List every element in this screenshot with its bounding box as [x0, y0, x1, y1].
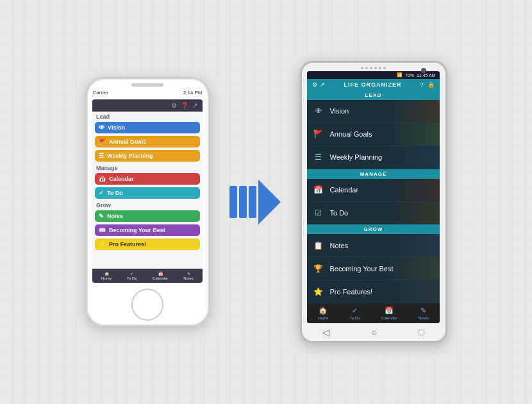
- android-recent-button[interactable]: □: [419, 327, 424, 337]
- annual-goals-bg: [388, 123, 440, 146]
- weekly-planning-item[interactable]: ☰ Weekly Planning: [95, 150, 200, 162]
- todo-tab-label: To Do: [127, 276, 137, 280]
- todo-item[interactable]: ✓ To Do: [95, 187, 200, 199]
- android-becoming-best-item[interactable]: 🏆 Becoming Your Best: [307, 257, 439, 280]
- notes-icon: ✎: [99, 213, 104, 219]
- android-pro-features-item[interactable]: ⭐ Pro Features!: [307, 280, 439, 303]
- todo-label: To Do: [107, 190, 123, 196]
- android-annual-goals-item[interactable]: 🚩 Annual Goals: [307, 123, 439, 146]
- notes-tab[interactable]: ✎ Notes: [183, 271, 194, 280]
- calendar-item[interactable]: 📅 Calendar: [95, 173, 200, 185]
- calendar-icon: 📅: [99, 176, 106, 182]
- android-notes-item[interactable]: 📋 Notes: [307, 234, 439, 257]
- pro-features-icon: ⭐: [99, 241, 106, 248]
- android-back-button[interactable]: ◁: [322, 327, 329, 337]
- android-notes-nav[interactable]: ✎ Notes: [419, 307, 429, 320]
- manage-section-label: Manage: [92, 163, 203, 172]
- android-calendar-nav[interactable]: 📅 Calendar: [381, 307, 397, 320]
- iphone-bottom-toolbar: 🏠 Home ✓ To Do 📅 Calendar ✎ Notes: [92, 269, 203, 283]
- lock-header-icon[interactable]: 🔒: [428, 81, 435, 88]
- android-home-label: Home: [318, 316, 328, 320]
- android-todo-nav-icon: ✓: [352, 307, 358, 315]
- notes-tab-icon: ✎: [187, 271, 190, 276]
- android-weekly-planning-item[interactable]: ☰ Weekly Planning: [307, 146, 439, 169]
- android-calendar-label: Calendar: [329, 186, 358, 194]
- share-header-icon[interactable]: ↗: [320, 81, 325, 88]
- android-todo-nav-label: To Do: [350, 316, 360, 320]
- weekly-planning-icon: ☰: [99, 153, 104, 159]
- weekly-planning-label: Weekly Planning: [107, 153, 153, 159]
- android-pro-features-label: Pro Features!: [329, 288, 372, 296]
- iphone-top: Carrier 2:14 PM: [87, 78, 209, 97]
- iphone-screen: ⚙ ❓ ↗ Lead 👁 Vision 🚩 Annual Goals ☰ Wee…: [92, 99, 203, 283]
- becoming-best-item[interactable]: 📖 Becoming Your Best: [95, 224, 200, 236]
- android-todo-label: To Do: [329, 209, 348, 217]
- android-header-left-icons: ⚙ ↗: [312, 81, 325, 88]
- android-weekly-planning-icon: ☰: [307, 153, 329, 162]
- todo-tab[interactable]: ✓ To Do: [127, 271, 137, 280]
- annual-goals-item[interactable]: 🚩 Annual Goals: [95, 136, 200, 147]
- arrow-bar-3: [249, 186, 256, 218]
- android-battery: 70%: [405, 73, 414, 78]
- becoming-best-icon: 📖: [99, 227, 106, 233]
- iphone: Carrier 2:14 PM ⚙ ❓ ↗ Lead 👁 Vision 🚩 An…: [85, 77, 210, 327]
- android-calendar-icon: 📅: [307, 185, 329, 194]
- android-vision-item[interactable]: 👁 Vision: [307, 100, 439, 123]
- android-notes-nav-icon: ✎: [420, 307, 426, 315]
- android-camera: [421, 68, 426, 73]
- vision-item[interactable]: 👁 Vision: [95, 122, 200, 133]
- todo-icon: ✓: [99, 190, 104, 196]
- settings-header-icon[interactable]: ⚙: [312, 81, 317, 88]
- iphone-screen-toolbar: ⚙ ❓ ↗: [92, 99, 203, 112]
- android-speaker: [361, 67, 386, 69]
- calendar-tab[interactable]: 📅 Calendar: [153, 271, 168, 280]
- android-annual-goals-icon: 🚩: [307, 130, 329, 139]
- transition-arrow: [229, 180, 281, 224]
- vision-icon: 👁: [99, 124, 104, 131]
- android-time: 11:45 AM: [417, 73, 436, 78]
- pro-features-item[interactable]: ⭐ Pro Features!: [95, 239, 200, 250]
- android-home-button[interactable]: ○: [372, 327, 377, 337]
- home-tab[interactable]: 🏠 Home: [101, 271, 112, 280]
- help-header-icon[interactable]: ?: [420, 81, 424, 88]
- iphone-status: Carrier 2:14 PM: [87, 88, 209, 97]
- notes-bg: [388, 234, 440, 257]
- iphone-speaker: [131, 83, 163, 87]
- android-screen: 📶 70% 11:45 AM ⚙ ↗ LIFE ORGANIZER ? 🔒 LE…: [307, 71, 439, 323]
- android-status-bar: 📶 70% 11:45 AM: [307, 71, 439, 79]
- calendar-label: Calendar: [109, 176, 134, 182]
- arrow-head: [258, 180, 281, 224]
- iphone-time: 2:14 PM: [183, 90, 203, 96]
- becoming-best-bg: [388, 257, 440, 280]
- android-notes-icon: 📋: [307, 241, 329, 250]
- android-manage-section: MANAGE: [307, 169, 439, 179]
- arrow-bar-2: [239, 186, 247, 218]
- calendar-bg: [388, 179, 440, 201]
- annual-goals-icon: 🚩: [99, 139, 106, 145]
- grow-section-label: Grow: [92, 200, 203, 209]
- android-bottom-nav: 🏠 Home ✓ To Do 📅 Calendar ✎ Notes: [307, 303, 439, 323]
- iphone-home-button[interactable]: [131, 289, 163, 321]
- help-icon[interactable]: ❓: [181, 102, 188, 109]
- android-pro-features-icon: ⭐: [307, 287, 329, 296]
- scene: Carrier 2:14 PM ⚙ ❓ ↗ Lead 👁 Vision 🚩 An…: [0, 0, 532, 404]
- home-tab-icon: 🏠: [104, 271, 109, 276]
- android-calendar-nav-label: Calendar: [381, 316, 397, 320]
- android-header-right-icons: ? 🔒: [420, 81, 435, 88]
- android-header: ⚙ ↗ LIFE ORGANIZER ? 🔒: [307, 79, 439, 90]
- android-home-nav[interactable]: 🏠 Home: [318, 307, 328, 320]
- android-todo-nav[interactable]: ✓ To Do: [350, 307, 360, 320]
- becoming-best-label: Becoming Your Best: [109, 227, 165, 233]
- pro-features-bg: [388, 280, 440, 303]
- android-todo-icon: ☑: [307, 208, 329, 217]
- android-notes-nav-label: Notes: [419, 316, 429, 320]
- app-title: LIFE ORGANIZER: [344, 81, 401, 88]
- share-icon[interactable]: ↗: [192, 102, 197, 109]
- android-becoming-best-label: Becoming Your Best: [329, 265, 393, 273]
- android-calendar-item[interactable]: 📅 Calendar: [307, 179, 439, 202]
- android-becoming-best-icon: 🏆: [307, 264, 329, 273]
- settings-icon[interactable]: ⚙: [171, 102, 177, 109]
- android-todo-item[interactable]: ☑ To Do: [307, 202, 439, 225]
- notes-item[interactable]: ✎ Notes: [95, 210, 200, 222]
- android-vision-label: Vision: [329, 107, 349, 115]
